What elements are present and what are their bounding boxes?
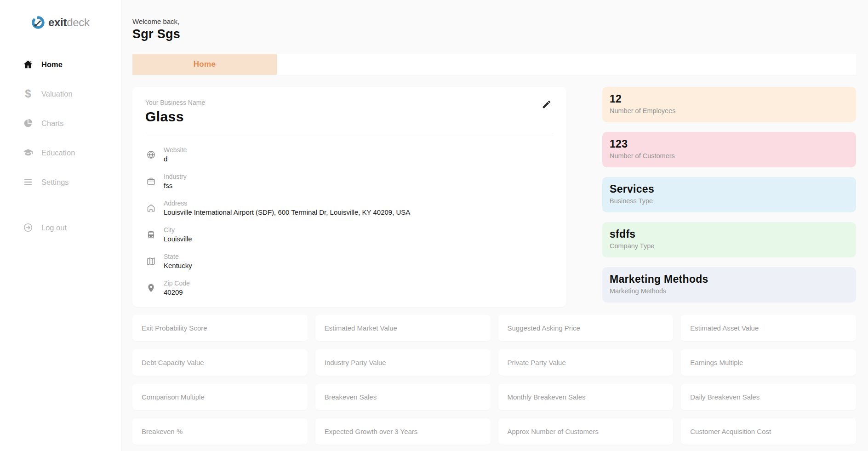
metric-label: Exit Probability Score	[142, 324, 207, 332]
welcome-block: Welcome back, Sgr Sgs	[132, 17, 856, 41]
metric-card-breakeven-sales: Breakeven Sales	[315, 384, 491, 410]
field-value: d	[164, 155, 187, 163]
field-address: Address Louisville International Airport…	[145, 200, 553, 216]
stat-value: Services	[610, 183, 849, 195]
metric-card-monthly-breakeven-sales: Monthly Breakeven Sales	[498, 384, 674, 410]
business-fields: Website d Industry fss Address Louisvill…	[145, 146, 553, 296]
logo-wordmark: exitdeck	[48, 16, 90, 29]
metric-card-customer-acquisition-cost: Customer Acquisition Cost	[681, 418, 856, 445]
metric-label: Estimated Market Value	[325, 324, 397, 332]
metric-label: Expected Growth over 3 Years	[325, 428, 418, 435]
stat-value: sfdfs	[610, 228, 849, 240]
metric-label: Comparison Multiple	[142, 393, 205, 401]
sidebar-item-charts[interactable]: Charts	[0, 108, 121, 138]
bus-icon	[145, 229, 156, 240]
stat-card-number-of-customers: 123 Number of Customers	[602, 132, 856, 167]
stat-card-business-type: Services Business Type	[602, 177, 856, 212]
sidebar: exitdeck Home $ Valuation Charts Educati…	[0, 0, 121, 451]
dollar-icon: $	[23, 88, 34, 99]
metric-card-daily-breakeven-sales: Daily Breakeven Sales	[681, 384, 856, 410]
field-website: Website d	[145, 146, 553, 163]
card-divider	[145, 134, 553, 134]
stat-card-marketing-methods: Marketing Methods Marketing Methods	[602, 267, 856, 303]
stat-label: Number of Customers	[610, 152, 849, 160]
main-content: Welcome back, Sgr Sgs Home Your Business…	[121, 0, 868, 451]
home-icon	[23, 59, 34, 70]
field-value: Kentucky	[164, 262, 192, 269]
metric-label: Estimated Asset Value	[690, 324, 759, 332]
field-label: Address	[164, 200, 410, 207]
metric-label: Private Party Value	[508, 359, 566, 366]
map-icon	[145, 256, 156, 267]
metric-card-exit-probability-score: Exit Probability Score	[132, 315, 308, 341]
field-label: State	[164, 253, 192, 260]
stat-value: 123	[610, 138, 849, 150]
stat-card-number-of-employees: 12 Number of Employees	[602, 87, 856, 122]
field-value: 40209	[164, 288, 190, 296]
sidebar-item-valuation[interactable]: $ Valuation	[0, 79, 121, 108]
sidebar-item-settings[interactable]: Settings	[0, 167, 121, 197]
business-name-value: Glass	[145, 109, 205, 125]
metric-label: Suggested Asking Price	[508, 324, 580, 332]
menu-icon	[23, 177, 34, 188]
field-label: Website	[164, 146, 187, 154]
field-value: Louisville International Airport (SDF), …	[164, 208, 410, 216]
sidebar-item-education[interactable]: Education	[0, 138, 121, 167]
edit-business-button[interactable]	[541, 99, 553, 111]
metric-label: Breakeven %	[142, 428, 183, 435]
metric-card-approx-number-of-customers: Approx Number of Customers	[498, 418, 674, 445]
metric-card-private-party-value: Private Party Value	[498, 349, 674, 376]
metric-card-comparison-multiple: Comparison Multiple	[132, 384, 308, 410]
graduation-cap-icon	[23, 147, 34, 158]
stat-value: 12	[610, 93, 849, 105]
stat-card-company-type: sfdfs Company Type	[602, 222, 856, 257]
metric-label: Earnings Multiple	[690, 359, 743, 366]
metric-card-debt-capacity-value: Debt Capacity Value	[132, 349, 308, 376]
metric-card-estimated-market-value: Estimated Market Value	[315, 315, 491, 341]
business-info-card: Your Business Name Glass Website d Indus…	[132, 87, 566, 307]
sidebar-item-home[interactable]: Home	[0, 50, 121, 79]
field-label: City	[164, 226, 192, 234]
metric-card-estimated-asset-value: Estimated Asset Value	[681, 315, 856, 341]
metrics-grid: Exit Probability Score Estimated Market …	[132, 315, 856, 451]
field-zip-code: Zip Code 40209	[145, 280, 553, 296]
content-row: Your Business Name Glass Website d Indus…	[132, 87, 856, 307]
field-value: fss	[164, 182, 187, 189]
metric-label: Industry Party Value	[325, 359, 386, 366]
stats-column: 12 Number of Employees 123 Number of Cus…	[602, 87, 856, 303]
field-city: City Louisville	[145, 226, 553, 243]
briefcase-icon	[145, 176, 156, 187]
sidebar-nav: Home $ Valuation Charts Education Settin…	[0, 50, 121, 197]
metric-label: Breakeven Sales	[325, 393, 377, 401]
metric-card-earnings-multiple: Earnings Multiple	[681, 349, 856, 376]
metric-card-breakeven: Breakeven %	[132, 418, 308, 445]
location-pin-icon	[145, 282, 156, 293]
pie-chart-icon	[23, 118, 34, 129]
greeting-text: Welcome back,	[132, 17, 856, 25]
exitdeck-logo: exitdeck	[31, 16, 121, 29]
metric-card-suggested-asking-price: Suggested Asking Price	[498, 315, 674, 341]
metric-label: Approx Number of Customers	[508, 428, 599, 435]
metric-label: Debt Capacity Value	[142, 359, 204, 366]
field-label: Zip Code	[164, 280, 190, 287]
tab-home[interactable]: Home	[132, 54, 277, 75]
stat-label: Company Type	[610, 242, 849, 250]
user-name: Sgr Sgs	[132, 27, 856, 41]
business-card-header: Your Business Name Glass	[145, 99, 553, 125]
sidebar-item-logout[interactable]: Log out	[0, 213, 121, 242]
field-label: Industry	[164, 173, 187, 180]
metric-label: Monthly Breakeven Sales	[508, 393, 586, 401]
gauge-logo-icon	[31, 16, 45, 29]
stat-value: Marketing Methods	[610, 273, 849, 285]
field-state: State Kentucky	[145, 253, 553, 269]
globe-icon	[145, 149, 156, 160]
metric-card-expected-growth-over-3-years: Expected Growth over 3 Years	[315, 418, 491, 445]
tab-bar: Home	[132, 54, 856, 75]
metric-card-industry-party-value: Industry Party Value	[315, 349, 491, 376]
metric-label: Daily Breakeven Sales	[690, 393, 760, 401]
pencil-icon	[542, 104, 552, 111]
business-name-label: Your Business Name	[145, 99, 205, 106]
metric-label: Customer Acquisition Cost	[690, 428, 771, 435]
stat-label: Business Type	[610, 197, 849, 205]
field-value: Louisville	[164, 235, 192, 243]
